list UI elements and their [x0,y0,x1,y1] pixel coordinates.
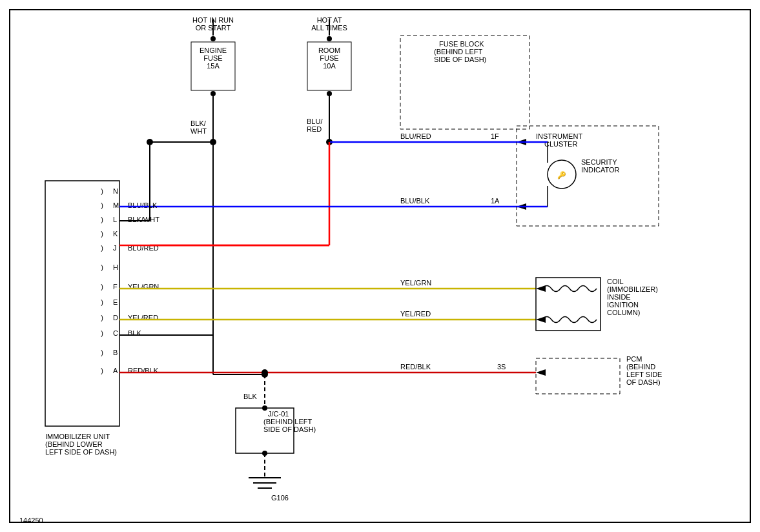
svg-rect-21 [517,126,659,226]
pin-k-label: ) [101,230,103,238]
pin-e: E [113,298,118,306]
room-fuse-label3: 10A [323,62,336,70]
engine-fuse-label2: FUSE [203,54,222,62]
blk-wht-label-l: BLK/WHT [128,216,159,223]
fuse-block-label2: (BEHIND LEFT [434,48,482,56]
svg-marker-44 [536,316,546,323]
coil-label: COIL [607,278,624,285]
jc01-label2: (BEHIND LEFT [263,418,312,425]
security-indicator-label: SECURITY [581,158,617,166]
pin-d: D [113,314,118,322]
pcm-label2: (BEHIND [626,363,655,371]
pin-e-label: ) [101,298,103,306]
svg-point-6 [327,36,332,41]
pcm-label4: OF DASH) [626,378,661,386]
pin-b: B [113,349,118,356]
blk-wht-label2: WHT [190,127,207,135]
immobilizer-unit-label2: (BEHIND LOWER [45,440,103,448]
security-indicator-label2: INDICATOR [581,166,620,174]
pin-l-label: ) [101,216,103,223]
blu-red-label: BLU/ [307,118,323,125]
pin-n: N [113,187,118,195]
pin-m-label: ) [101,201,103,209]
pin-k: K [113,230,118,238]
wiring-diagram: 144250 FUSE BLOCK (BEHIND LEFT SIDE OF D… [0,0,760,532]
pin-h-label: ) [101,263,103,271]
pin-j-label: ) [101,244,103,252]
coil-label5: COLUMN) [607,309,640,316]
pin-a: A [113,367,118,374]
pin-h: H [113,263,118,271]
pin-l: L [113,216,117,223]
blk-wire-label: BLK [243,393,257,400]
blu-red-wire-label: BLU/RED [400,132,431,140]
instrument-cluster-label2: CLUSTER [544,140,577,148]
room-fuse-label: ROOM [318,46,340,54]
pin-m: M [113,201,119,209]
coil-label3: INSIDE [607,293,631,301]
svg-point-49 [262,405,267,411]
pin-b-label: ) [101,349,103,356]
svg-marker-46 [536,369,546,376]
svg-point-3 [211,36,216,41]
jc01-label: J/C-01 [268,410,289,418]
pin-c-label: ) [101,329,103,337]
pin-j: J [113,244,117,252]
blk-label-c: BLK [128,329,141,337]
fuse-block-label: FUSE BLOCK [439,40,484,48]
pin-d-label: ) [101,314,103,322]
svg-marker-43 [536,285,546,292]
red-blk-wire-label: RED/BLK [400,363,431,371]
fuse-block-label3: SIDE OF DASH) [434,56,486,63]
diagram-number: 144250 [19,517,43,524]
3s-label: 3S [497,363,506,371]
svg-rect-0 [10,10,750,522]
svg-rect-45 [536,358,620,394]
pin-n-label: ) [101,187,103,195]
svg-rect-29 [45,181,119,426]
coil-label2: (IMMOBILIZER) [607,285,658,293]
pin-f: F [113,283,118,291]
pin-f-label: ) [101,283,103,291]
jc01-label3: SIDE OF DASH) [263,425,316,433]
yel-red-wire-label: YEL/RED [400,310,431,318]
g106-label: G106 [271,494,289,502]
immobilizer-unit-label: IMMOBILIZER UNIT [45,433,110,440]
room-fuse-label2: FUSE [320,54,338,62]
pin-c: C [113,329,118,337]
coil-label4: IGNITION [607,301,639,309]
blu-blk-wire-label: BLU/BLK [400,197,430,205]
instrument-cluster-label: INSTRUMENT [536,132,582,140]
engine-fuse-label: ENGINE [200,46,227,54]
blu-blk-label-m: BLU/BLK [128,201,158,209]
blk-wht-label: BLK/ [190,119,207,127]
pcm-label: PCM [626,355,642,363]
blu-red-label2: RED [307,125,322,133]
yel-grn-wire-label: YEL/GRN [400,279,431,287]
security-indicator-icon: 🔑 [557,170,566,179]
pin-a-label: ) [101,367,103,374]
1a-label: 1A [491,197,500,205]
immobilizer-unit-label3: LEFT SIDE OF DASH) [45,448,117,456]
engine-fuse-label3: 15A [207,62,220,70]
1f-label: 1F [491,132,499,140]
pcm-label3: LEFT SIDE [626,371,662,378]
